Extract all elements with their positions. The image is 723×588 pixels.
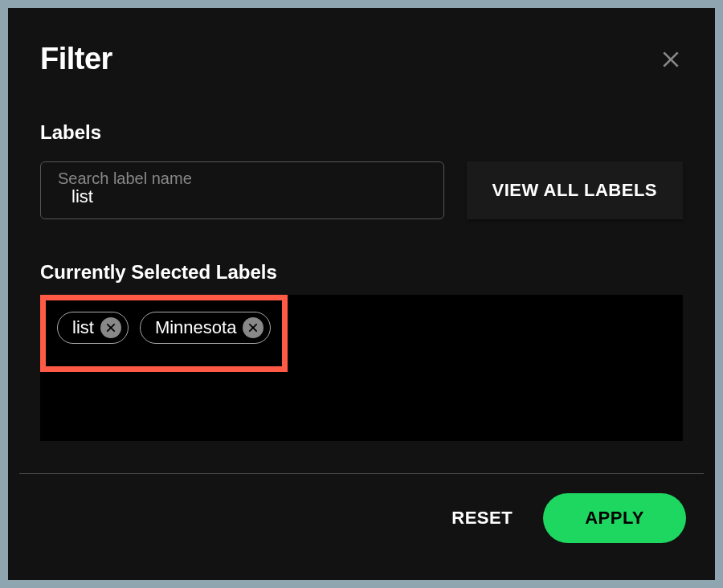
selected-labels-heading: Currently Selected Labels xyxy=(40,261,683,284)
search-input[interactable] xyxy=(40,161,444,219)
close-icon xyxy=(247,322,259,333)
dialog-title: Filter xyxy=(40,42,112,76)
chip-remove-button[interactable] xyxy=(243,317,263,338)
selected-labels-area: list Minnesota xyxy=(40,295,683,441)
highlight-annotation: list Minnesota xyxy=(40,295,288,372)
label-chip[interactable]: Minnesota xyxy=(140,312,272,344)
search-wrapper: Search label name xyxy=(40,161,444,219)
label-chip[interactable]: list xyxy=(57,312,129,344)
dialog-footer: RESET APPLY xyxy=(8,474,715,562)
chip-label: Minnesota xyxy=(155,317,237,338)
view-all-labels-button[interactable]: VIEW ALL LABELS xyxy=(467,161,684,219)
apply-button[interactable]: APPLY xyxy=(543,493,686,543)
reset-button[interactable]: RESET xyxy=(445,498,519,538)
close-button[interactable] xyxy=(659,47,683,71)
labels-heading: Labels xyxy=(40,121,683,144)
chip-label: list xyxy=(72,317,94,338)
search-row: Search label name VIEW ALL LABELS xyxy=(40,161,683,219)
chip-remove-button[interactable] xyxy=(100,317,121,338)
filter-dialog: Filter Labels Search label name VIEW ALL… xyxy=(8,8,715,580)
close-icon xyxy=(660,49,681,70)
labels-section: Labels Search label name VIEW ALL LABELS… xyxy=(8,121,715,441)
close-icon xyxy=(105,322,116,333)
dialog-header: Filter xyxy=(8,8,715,76)
